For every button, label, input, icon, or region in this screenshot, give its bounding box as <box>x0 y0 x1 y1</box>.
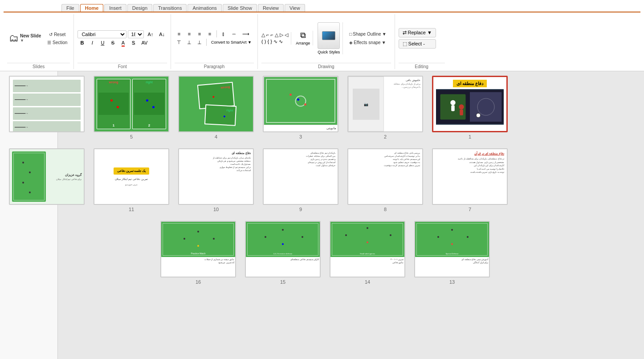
slide-16-inner: Practice Match مانور میشه بی شماری از حم… <box>160 221 236 277</box>
slide-16-num: 16 <box>196 279 201 285</box>
slides-row-2: گروه عزیزان برای دفاعی تیم ایتکار میلان … <box>9 148 635 212</box>
decrease-font-button[interactable]: A↓ <box>157 31 167 38</box>
align-right-button[interactable]: ≡ <box>195 30 204 37</box>
slides-controls: 🗂 New Slide ▼ ↺ Reset ☰ Section <box>7 14 70 62</box>
slide-1-title: دفاع منطقه ای <box>453 80 487 87</box>
align-center-button[interactable]: ≡ <box>185 30 194 37</box>
slide-thumb-8[interactable]: بررسی دادی دفاع منطقه ای بنا بر توضیحات … <box>347 148 423 212</box>
slide-4-inner: wrong right <box>178 76 254 132</box>
convert-smartart-button[interactable]: Convert to SmartArt ▼ <box>209 39 254 45</box>
slide-2-num: 2 <box>384 134 387 139</box>
ribbon-section-editing: ⇄ Replace ▼ ⬚ Select - Editing <box>395 14 448 69</box>
svg-rect-5 <box>451 105 455 111</box>
tab-review[interactable]: Review <box>258 4 284 12</box>
svg-text:📷: 📷 <box>364 102 368 106</box>
tab-animations[interactable]: Animations <box>187 4 221 12</box>
tab-insert[interactable]: Insert <box>104 4 126 12</box>
editing-section-label: Editing <box>399 63 445 69</box>
underline-button[interactable]: U <box>98 39 107 46</box>
slides-panel: ━━━━━━→ ━━━━━━→ ━━━━━━→ ━━━━━━→ 6 <box>0 71 644 359</box>
slide-thumb-1[interactable]: دفاع منطقه ای <box>432 76 508 139</box>
slide-thumb-5[interactable]: wrong 1 right 2 <box>94 76 169 139</box>
slide-thumb-6[interactable]: ━━━━━━→ ━━━━━━→ ━━━━━━→ ━━━━━━→ 6 <box>9 76 85 139</box>
slide-13-num: 13 <box>449 279 455 285</box>
slide-3-inner: مانویتی <box>263 76 338 132</box>
align-top-button[interactable]: ⊤ <box>175 39 183 46</box>
slides-section-label: Slides <box>7 63 70 69</box>
align-middle-button[interactable]: ⊥ <box>185 39 194 46</box>
slide-thumb-9[interactable]: بازیکنان تیم دفاع منطقه‌ای بین المللی بر… <box>263 148 338 212</box>
select-button[interactable]: ⬚ Select - <box>399 39 436 49</box>
drawing-controls: △ ⌐ ⌐ △ ▷ ◁ ( ) { } ∿ ∿ ⧉ Arrange Qu <box>261 14 391 62</box>
slide-13-inner: Special Defense آموزش تیمی دفاع منطقه ای… <box>414 221 490 277</box>
font-color-button[interactable]: A <box>118 39 127 46</box>
ribbon-tabs: File Home Insert Design Transitions Anim… <box>4 2 640 12</box>
slide-thumb-2[interactable]: 📷 خاموش بافی برخی از بازیکنان برای مقابل… <box>347 76 423 139</box>
slide-thumb-15[interactable]: 4-4-2 formation defense کارایی سیستم دفا… <box>245 221 321 285</box>
reset-button[interactable]: ↺ Reset <box>45 31 70 38</box>
justify-button[interactable]: ≡ <box>205 30 214 37</box>
tab-home[interactable]: Home <box>80 4 104 12</box>
svg-rect-8 <box>470 92 501 122</box>
slide-1-content: دفاع منطقه ای <box>433 77 506 131</box>
slides-row-1: ━━━━━━→ ━━━━━━→ ━━━━━━→ ━━━━━━→ 6 <box>9 76 635 139</box>
slide-1-num: 1 <box>469 134 471 139</box>
slide-thumb-13[interactable]: Special Defense آموزش تیمی دفاع منطقه ای… <box>414 221 490 285</box>
slide-thumb-16[interactable]: Practice Match مانور میشه بی شماری از حم… <box>160 221 236 285</box>
slide-thumb-10[interactable]: دفاع منطقه ای نکته‌ای میان بازیکنان تیم … <box>178 148 254 212</box>
slide-15-num: 15 <box>280 279 285 285</box>
columns-button[interactable]: ⫿ <box>219 30 228 37</box>
slide-11-inner: یک جلسه تمرین دفاعی تمرین دفاعی تیم ایتک… <box>94 148 169 205</box>
slide-14-num: 14 <box>365 279 370 285</box>
replace-button[interactable]: ⇄ Replace ▼ <box>399 28 436 37</box>
ribbon-section-drawing: △ ⌐ ⌐ △ ▷ ◁ ( ) { } ∿ ∿ ⧉ Arrange Qu <box>258 14 395 69</box>
drawing-section-label: Drawing <box>261 63 391 69</box>
tab-file[interactable]: File <box>61 4 79 12</box>
slide-8-inner: بررسی دادی دفاع منطقه ای بنا بر توضیحات … <box>347 148 423 205</box>
font-size-select[interactable]: 18 <box>128 30 144 38</box>
italic-button[interactable]: I <box>88 39 97 46</box>
slide-7-inner: دفاع منطقه ای در قرآن در دفاع منطقه‌ای، … <box>432 148 508 205</box>
slide-thumb-4[interactable]: wrong right 4 <box>178 76 254 139</box>
text-shadow-button[interactable]: S <box>129 39 138 46</box>
editing-controls: ⇄ Replace ▼ ⬚ Select - <box>399 14 436 62</box>
text-direction-button[interactable]: ⟶ <box>240 30 252 38</box>
ribbon-section-font: Calibri 18 A↑ A↓ B I U S A <box>74 14 171 69</box>
align-bottom-button[interactable]: ⊥ <box>195 39 204 46</box>
slide-thumb-12[interactable]: گروه عزیزان برای دفاعی تیم ایتکار میلان … <box>9 148 85 212</box>
tab-view[interactable]: View <box>285 4 305 12</box>
slide-10-num: 10 <box>213 207 219 212</box>
slide-thumb-7[interactable]: دفاع منطقه ای در قرآن در دفاع منطقه‌ای، … <box>432 148 508 212</box>
font-section-label: Font <box>77 63 167 69</box>
section-button[interactable]: ☰ Section <box>45 39 70 46</box>
strikethrough-button[interactable]: S <box>108 39 117 46</box>
slide-8-num: 8 <box>384 207 387 212</box>
slide-9-num: 9 <box>299 207 302 212</box>
slide-thumb-3[interactable]: مانویتی 3 <box>263 76 338 139</box>
slide-14-inner: Small sided games تمرین ۱-۰۱-۲مانور دفاع… <box>330 221 405 277</box>
slide-11-num: 11 <box>129 207 134 212</box>
slide-6-inner: ━━━━━━→ ━━━━━━→ ━━━━━━→ ━━━━━━→ <box>9 76 85 132</box>
increase-font-button[interactable]: A↑ <box>145 31 155 38</box>
slide-5-num: 5 <box>130 134 133 139</box>
new-slide-button[interactable]: 🗂 New Slide ▼ <box>7 32 43 45</box>
slide-4-num: 4 <box>215 134 217 139</box>
bold-button[interactable]: B <box>77 39 86 46</box>
slide-12-inner: گروه عزیزان برای دفاعی تیم ایتکار میلان <box>9 148 85 205</box>
paragraph-controls: ≡ ≡ ≡ ≡ ⫿ ↔ ⟶ ⊤ ⊥ ⊥ Convert to S <box>175 14 254 62</box>
slide-15-inner: 4-4-2 formation defense کارایی سیستم دفا… <box>245 221 321 277</box>
slide-thumb-14[interactable]: Small sided games تمرین ۱-۰۱-۲مانور دفاع… <box>330 221 405 285</box>
ribbon: File Home Insert Design Transitions Anim… <box>0 0 644 71</box>
slide-1-image <box>436 89 504 125</box>
align-left-button[interactable]: ≡ <box>175 30 183 37</box>
indent-button[interactable]: ↔ <box>229 30 239 37</box>
slide-thumb-11[interactable]: یک جلسه تمرین دفاعی تمرین دفاعی تیم ایتک… <box>94 148 169 212</box>
tab-design[interactable]: Design <box>127 4 152 12</box>
shape-outline-button[interactable]: □ Shape Outline ▼ <box>346 31 389 37</box>
tab-slideshow[interactable]: Slide Show <box>223 4 257 12</box>
char-spacing-button[interactable]: AV <box>139 39 150 46</box>
font-family-select[interactable]: Calibri <box>77 30 126 38</box>
shape-effects-button[interactable]: ◈ Effects snape ▼ <box>346 39 389 46</box>
slide-5-inner: wrong 1 right 2 <box>94 76 169 132</box>
tab-transitions[interactable]: Transitions <box>153 4 187 12</box>
